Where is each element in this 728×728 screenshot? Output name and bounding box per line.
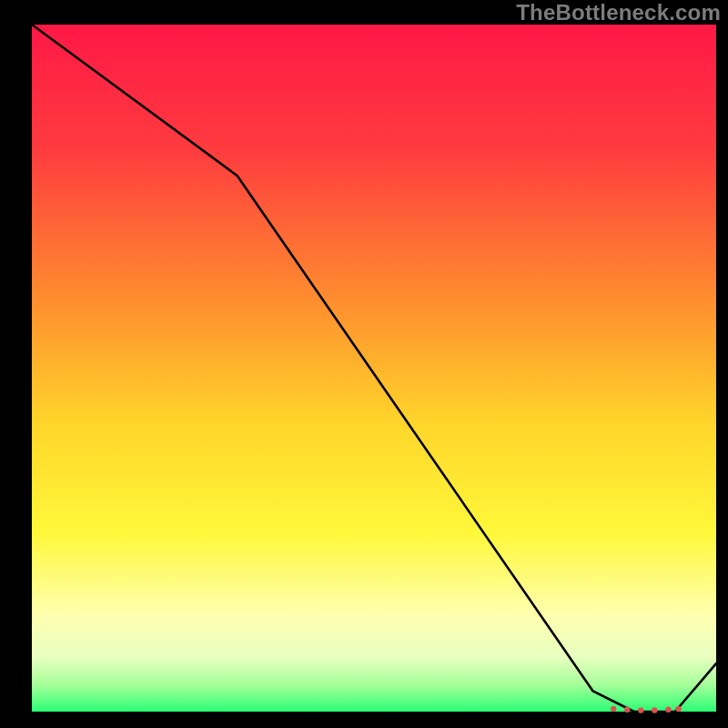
chart-container: TheBottleneck.com (0, 0, 728, 728)
chart-marker-dot (624, 707, 630, 713)
chart-plot-area (32, 25, 716, 712)
chart-marker-dot (675, 706, 681, 712)
chart-marker-dot (652, 707, 657, 713)
chart-marker-dot (611, 706, 616, 712)
bottleneck-chart (0, 0, 728, 728)
chart-marker-dot (665, 707, 671, 713)
watermark-text: TheBottleneck.com (516, 0, 721, 25)
chart-marker-dot (638, 707, 643, 713)
